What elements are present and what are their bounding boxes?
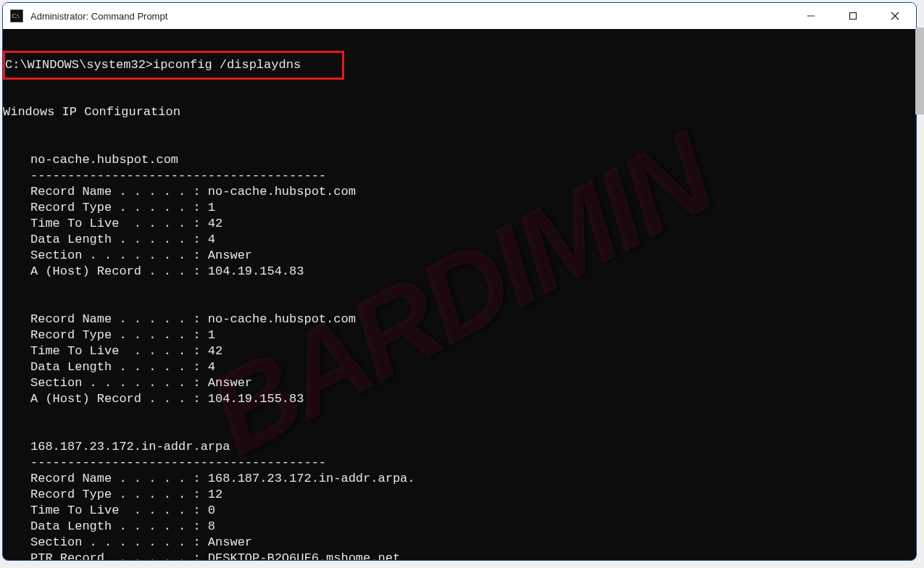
titlebar[interactable]: C:\ Administrator: Command Prompt — [3, 3, 916, 29]
dns-record-row: Record Type . . . . . : 1 — [3, 327, 916, 343]
minimize-button[interactable] — [790, 3, 832, 29]
dns-record-row: PTR Record . . . . . : DESKTOP-B2O6UF6.m… — [3, 551, 916, 560]
dns-record-row: Time To Live . . . . : 42 — [3, 343, 916, 359]
dns-record-row: Section . . . . . . . : Answer — [3, 248, 916, 264]
page-scrollbar-thumb[interactable] — [915, 28, 924, 114]
command-prompt: C:\WINDOWS\system32> — [5, 58, 153, 72]
dns-block-divider: ---------------------------------------- — [3, 168, 916, 184]
dns-record-row: Record Name . . . . . : 168.187.23.172.i… — [3, 471, 916, 487]
dns-record-row: A (Host) Record . . . : 104.19.155.83 — [3, 391, 916, 407]
cmd-icon: C:\ — [10, 9, 23, 22]
dns-record-row: Record Type . . . . . : 1 — [3, 200, 916, 216]
titlebar-buttons — [790, 3, 916, 29]
window-title: Administrator: Command Prompt — [30, 11, 167, 22]
cmd-window: C:\ Administrator: Command Prompt BARDIM… — [2, 2, 917, 561]
dns-record-row: Data Length . . . . . : 4 — [3, 232, 916, 248]
dns-record-row: Time To Live . . . . : 0 — [3, 503, 916, 519]
dns-block-title: no-cache.hubspot.com — [3, 152, 916, 168]
dns-block-divider: ---------------------------------------- — [3, 455, 916, 471]
command-highlight-box: C:\WINDOWS\system32>ipconfig /displaydns — [3, 51, 344, 80]
close-button[interactable] — [874, 3, 916, 29]
output-header: Windows IP Configuration — [3, 104, 916, 120]
dns-record-row: Record Name . . . . . : no-cache.hubspot… — [3, 312, 916, 327]
maximize-button[interactable] — [832, 3, 874, 29]
dns-output-blocks: no-cache.hubspot.com--------------------… — [3, 136, 916, 560]
dns-record-row: Record Type . . . . . : 12 — [3, 487, 916, 503]
dns-record-row: Section . . . . . . . : Answer — [3, 535, 916, 551]
dns-record-row: Data Length . . . . . : 8 — [3, 519, 916, 535]
terminal-content: C:\WINDOWS\system32>ipconfig /displaydns… — [3, 29, 916, 560]
dns-record-row: A (Host) Record . . . : 104.19.154.83 — [3, 264, 916, 280]
dns-record-row: Time To Live . . . . : 42 — [3, 216, 916, 232]
dns-record-row: Section . . . . . . . : Answer — [3, 375, 916, 391]
terminal-area[interactable]: BARDIMIN C:\WINDOWS\system32>ipconfig /d… — [3, 29, 916, 560]
dns-block-title: 168.187.23.172.in-addr.arpa — [3, 439, 916, 455]
svg-rect-3 — [850, 13, 857, 20]
svg-text:C:\: C:\ — [12, 13, 20, 20]
dns-record-row: Data Length . . . . . : 4 — [3, 359, 916, 375]
dns-record-row: Record Name . . . . . : no-cache.hubspot… — [3, 184, 916, 200]
command-text: ipconfig /displaydns — [153, 58, 301, 72]
